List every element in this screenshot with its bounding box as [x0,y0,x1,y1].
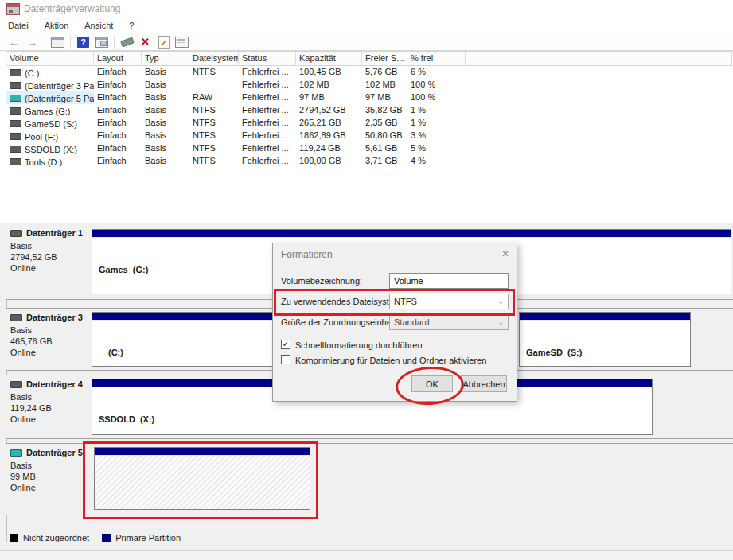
disk4-size: 119,24 GB [10,402,84,414]
unallocated-swatch-icon [10,534,18,542]
cancel-button[interactable]: Abbrechen [461,375,507,392]
back-button[interactable]: ← [6,34,22,49]
volume-label-input[interactable] [389,273,509,289]
table-row-datentraeger5-partition-selected[interactable]: (Datenträger 5 Par... Einfach Basis RAW … [6,91,733,104]
disk5-info-panel[interactable]: Datenträger 5 Basis 99 MB Online [6,444,88,515]
table-row-gamesd[interactable]: GameSD (S:) Einfach Basis NTFS Fehlerfre… [6,117,733,130]
properties-form-icon [175,37,189,48]
quick-format-checkbox[interactable]: ✓ [281,340,290,349]
column-header-kapazitaet[interactable]: Kapazität [296,52,362,65]
toolbar-separator [45,36,45,49]
drive-icon [10,120,21,127]
column-header-status[interactable]: Status [239,52,296,65]
help-button[interactable]: ? [75,34,92,49]
compression-label: Komprimierung für Dateien und Ordner akt… [295,356,486,365]
toolbar-separator [114,36,115,49]
disk-icon [10,381,22,388]
compression-checkbox[interactable] [281,355,290,364]
close-icon[interactable]: ✕ [501,248,509,259]
drive-icon [10,158,21,165]
properties-button[interactable] [174,34,190,49]
back-arrow-icon: ← [9,37,20,48]
chevron-down-icon: ⌄ [497,318,504,326]
disk5-type: Basis [10,460,84,471]
disk1-size: 2794,52 GB [10,251,84,262]
table-row-datentraeger3-partition[interactable]: (Datenträger 3 Par... Einfach Basis Fehl… [6,79,733,91]
menu-aktion[interactable]: Aktion [37,21,77,30]
allocation-unit-select[interactable]: Standard ⌄ [389,314,509,330]
disk-management-window: Datenträgerverwaltung Datei Aktion Ansic… [0,0,733,560]
partition-color-bar [520,313,690,321]
disk1-type: Basis [10,240,84,251]
format-dialog: Formatieren ✕ Volumebezeichnung: Zu verw… [272,243,517,402]
annotation-filesystem-highlight [274,289,515,316]
column-header-dateisystem[interactable]: Dateisystem [189,52,239,65]
document-check-icon: ✓ [158,36,170,49]
help-icon: ? [77,37,89,48]
column-header-layout[interactable]: Layout [94,52,142,65]
column-header-volume[interactable]: Volume [6,52,94,65]
disk3-status: Online [10,347,84,358]
disk4-info-panel[interactable]: Datenträger 4 Basis 119,24 GB Online [6,375,88,438]
table-row-ssdold[interactable]: SSDOLD (X:) Einfach Basis NTFS Fehlerfre… [6,142,733,155]
volume-table-body: (C:) Einfach Basis NTFS Fehlerfrei ... 1… [6,66,733,168]
check-volume-button[interactable]: ✓ [155,34,172,49]
menu-bar: Datei Aktion Ansicht ? [0,18,733,33]
legend-unallocated: Nicht zugeordnet [10,533,89,542]
menu-ansicht[interactable]: Ansicht [76,21,121,30]
forward-arrow-icon: → [27,37,38,48]
drive-icon [10,133,21,140]
status-strip [0,550,733,560]
refresh-tool-button[interactable] [119,34,135,49]
partition-color-bar [92,230,731,238]
drive-icon-selected [10,95,21,102]
action-pane-icon [95,37,108,48]
disk3-size: 465,76 GB [10,336,84,347]
window-title: Datenträgerverwaltung [24,3,120,14]
drive-icon [10,146,21,153]
delete-x-icon: ✕ [141,37,150,47]
disk1-info-panel[interactable]: Datenträger 1 Basis 2794,52 GB Online [6,224,88,299]
table-row-games[interactable]: Games (G:) Einfach Basis NTFS Fehlerfrei… [6,104,733,117]
annotation-raw-partition-highlight [83,441,318,519]
dialog-title: Formatieren [281,249,333,260]
disk4-type: Basis [10,391,84,402]
partition-gamesd[interactable]: GameSD (S:) 265,21 GB NTFS Fehlerfrei (P… [519,312,691,367]
drive-icon [10,107,21,115]
quick-format-label: Schnellformatierung durchführen [295,340,423,350]
legend-primary-partition: Primäre Partition [102,533,181,542]
forward-button[interactable]: → [24,34,41,49]
disk5-status: Online [10,482,84,493]
column-header-freier-speicher[interactable]: Freier S... [362,52,407,65]
disk1-status: Online [10,262,84,274]
legend: Nicht zugeordnet Primäre Partition [10,533,181,542]
disk3-type: Basis [10,325,84,336]
volume-table-header: Volume Layout Typ Dateisystem Status Kap… [6,51,732,66]
column-header-typ[interactable]: Typ [142,52,189,65]
annotation-ok-circle [395,365,465,406]
delete-button[interactable]: ✕ [137,34,154,49]
column-header-prozent-frei[interactable]: % frei [407,52,466,65]
allocation-unit-label: Größe der Zuordnungseinheit: [281,317,398,327]
disk-icon-selected [10,449,22,457]
table-row-pool[interactable]: Pool (F:) Einfach Basis NTFS Fehlerfrei … [6,130,733,142]
show-action-pane-button[interactable] [93,34,110,49]
table-row-c[interactable]: (C:) Einfach Basis NTFS Fehlerfrei ... 1… [6,66,733,79]
title-bar: Datenträgerverwaltung [0,0,733,18]
menu-datei[interactable]: Datei [0,21,37,30]
disk3-info-panel[interactable]: Datenträger 3 Basis 465,76 GB Online [6,309,88,370]
disk-icon [10,230,22,237]
toolbar: ← → ? ✕ ✓ [0,33,733,51]
show-console-tree-button[interactable] [49,34,66,49]
console-window-icon [51,37,64,48]
drive-icon [10,69,21,76]
disk-icon [10,314,22,321]
drive-icon [10,82,21,89]
primary-partition-swatch-icon [102,534,111,542]
disk4-status: Online [10,414,84,425]
disk5-size: 99 MB [10,471,84,482]
disk-management-app-icon [6,3,20,15]
menu-hilfe[interactable]: ? [121,21,142,30]
volume-list-pane: Volume Layout Typ Dateisystem Status Kap… [0,51,733,223]
table-row-tools[interactable]: Tools (D:) Einfach Basis NTFS Fehlerfrei… [6,155,733,168]
